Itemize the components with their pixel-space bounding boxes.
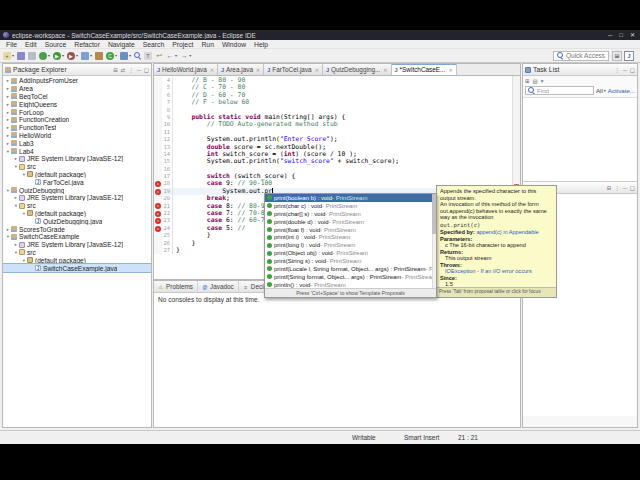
completion-item[interactable]: print(char c) : void - PrintStream bbox=[265, 202, 436, 210]
tree-item-scorestograde[interactable]: ▸ScoresToGrade bbox=[3, 225, 151, 233]
tree-item-functiontest[interactable]: ▸FunctionTest bbox=[3, 124, 151, 132]
view-menu-icon[interactable]: ⋮ bbox=[614, 67, 620, 73]
completion-item[interactable]: printf(Locale l, String format, Object..… bbox=[265, 265, 436, 273]
back-dropdown-caret-icon[interactable]: ▾ bbox=[175, 53, 177, 58]
code-line[interactable]: 10 // TODO Auto-generated method stub bbox=[154, 121, 512, 128]
task-list-body[interactable] bbox=[523, 98, 637, 182]
close-window-button[interactable]: ✕ bbox=[630, 30, 635, 40]
tree-item-jre-system-library-javase-12[interactable]: ▸JRE System Library [JavaSE-12] bbox=[3, 155, 151, 163]
menu-refactor[interactable]: Refactor bbox=[70, 41, 104, 48]
task-find-input[interactable]: Find bbox=[525, 86, 594, 95]
collapse-all-icon[interactable]: ⊟ bbox=[607, 185, 612, 191]
tree-item-begtocel[interactable]: ▸BegToCel bbox=[3, 93, 151, 101]
minimize-icon[interactable]: ─ bbox=[137, 67, 141, 73]
last-edit-location-button[interactable]: ↩ bbox=[155, 52, 163, 60]
tree-item-quizdebugging[interactable]: ▾QuizDebugging bbox=[3, 186, 151, 194]
new-class-dropdown-caret-icon[interactable]: ▾ bbox=[115, 53, 117, 58]
tree-item-default-package[interactable]: ▾(default package) bbox=[3, 171, 151, 179]
filter-icon[interactable]: ▾ bbox=[541, 78, 544, 84]
menu-edit[interactable]: Edit bbox=[21, 41, 41, 48]
print-button[interactable] bbox=[28, 52, 36, 60]
completion-item[interactable]: print(boolean b) : void - PrintStream bbox=[265, 194, 436, 202]
new-package-button[interactable] bbox=[95, 52, 103, 60]
completion-item[interactable]: print(String s) : void - PrintStream bbox=[265, 257, 436, 265]
completion-item[interactable]: printf(String format, Object... args) : … bbox=[265, 273, 436, 281]
forward-button[interactable]: →▾ bbox=[180, 52, 191, 60]
debug-dropdown-caret-icon[interactable]: ▾ bbox=[48, 53, 50, 58]
completion-item[interactable]: print(float f) : void - PrintStream bbox=[265, 226, 436, 234]
completion-item[interactable]: print(long l) : void - PrintStream bbox=[265, 241, 436, 249]
completion-item[interactable]: print(Object obj) : void - PrintStream bbox=[265, 249, 436, 257]
editor-tab-quizdebugging[interactable]: JQuizDebugging...✕ bbox=[323, 64, 392, 75]
menu-search[interactable]: Search bbox=[139, 41, 169, 48]
popup-scrollbar[interactable] bbox=[432, 194, 436, 288]
menu-navigate[interactable]: Navigate bbox=[104, 41, 139, 48]
java-perspective-button[interactable]: J bbox=[624, 51, 634, 61]
tree-item-eightqueens[interactable]: ▸EightQueens bbox=[3, 100, 151, 108]
menu-file[interactable]: File bbox=[2, 41, 21, 48]
view-tab-javadoc[interactable]: @Javadoc bbox=[198, 281, 239, 292]
tree-item-src[interactable]: ▾src bbox=[3, 202, 151, 210]
menu-window[interactable]: Window bbox=[218, 41, 250, 48]
save-button[interactable] bbox=[17, 52, 25, 60]
tree-item-area[interactable]: ▸Area bbox=[3, 85, 151, 93]
tree-item-lab4[interactable]: ▾Lab4 bbox=[3, 147, 151, 155]
debug-button[interactable]: ▾ bbox=[39, 52, 50, 60]
new-java-project-dropdown-caret-icon[interactable]: ▾ bbox=[90, 53, 92, 58]
tree-item-forloop[interactable]: ▸ForLoop bbox=[3, 108, 151, 116]
search-button[interactable] bbox=[134, 52, 141, 59]
view-tab-problems[interactable]: ⚠Problems bbox=[154, 281, 198, 292]
open-task-dropdown-caret-icon[interactable]: ▾ bbox=[129, 53, 131, 58]
maximize-icon[interactable]: ▢ bbox=[144, 67, 149, 73]
minimize-window-button[interactable]: ─ bbox=[608, 30, 612, 40]
tree-item-jre-system-library-javase-12[interactable]: ▸JRE System Library [JavaSE-12] bbox=[3, 241, 151, 249]
open-type-button[interactable]: T bbox=[144, 52, 152, 60]
run-button[interactable]: ▶▾ bbox=[53, 52, 64, 60]
new-class-button[interactable]: C▾ bbox=[106, 52, 117, 60]
open-perspective-button[interactable]: ⊞ bbox=[612, 51, 622, 61]
close-tab-icon[interactable]: ✕ bbox=[448, 67, 452, 73]
tree-item-fartocel-java[interactable]: JFarToCel.java bbox=[3, 178, 151, 186]
tree-item-switchcaseexample[interactable]: ▾SwitchCaseExample bbox=[3, 233, 151, 241]
activate-link[interactable]: Activate... bbox=[608, 87, 635, 94]
task-scope-dropdown[interactable]: All ▾ bbox=[596, 87, 606, 94]
close-tab-icon[interactable]: ✕ bbox=[256, 67, 260, 73]
tree-item-default-package[interactable]: ▾(default package) bbox=[3, 256, 151, 264]
maximize-icon[interactable]: ▢ bbox=[630, 185, 635, 191]
tree-item-default-package[interactable]: ▾(default package) bbox=[3, 210, 151, 218]
menu-source[interactable]: Source bbox=[41, 41, 71, 48]
tree-item-switchcaseexample-java[interactable]: JSwitchCaseExample.java bbox=[3, 264, 151, 272]
tree-item-helloworld[interactable]: ▸HelloWorld bbox=[3, 132, 151, 140]
minimize-icon[interactable]: ─ bbox=[623, 67, 627, 73]
collapse-all-icon[interactable]: ⊟ bbox=[113, 67, 118, 73]
view-menu-icon[interactable]: ⋮ bbox=[128, 67, 134, 73]
link-editor-icon[interactable]: ⇄ bbox=[121, 67, 126, 73]
completion-item[interactable]: println() : void - PrintStream bbox=[265, 281, 436, 288]
tree-item-lab3[interactable]: ▸Lab3 bbox=[3, 139, 151, 147]
completion-item[interactable]: print(double d) : void - PrintStream bbox=[265, 218, 436, 226]
menu-run[interactable]: Run bbox=[197, 41, 217, 48]
editor-tab-switchcasee[interactable]: J*SwitchCaseE...✕ bbox=[392, 64, 457, 75]
tree-item-jre-system-library-javase-12[interactable]: ▸JRE System Library [JavaSE-12] bbox=[3, 194, 151, 202]
code-line[interactable]: 7 // F - below 60 bbox=[154, 99, 512, 106]
tree-item-addinputsfromuser[interactable]: ▸AddInputsFromUser bbox=[3, 77, 151, 85]
scrollbar-thumb[interactable] bbox=[432, 194, 436, 234]
javadoc-specified-link[interactable]: append(c) in Appendable bbox=[476, 229, 538, 235]
tree-item-quizdebugging-java[interactable]: JQuizDebugging.java bbox=[3, 217, 151, 225]
run-dropdown-caret-icon[interactable]: ▾ bbox=[62, 53, 64, 58]
menu-help[interactable]: Help bbox=[250, 41, 272, 48]
maximize-icon[interactable]: ▢ bbox=[630, 67, 635, 73]
editor-tab-helloworld-java[interactable]: JHelloWorld.java✕ bbox=[154, 64, 218, 75]
tree-item-functioncreation[interactable]: ▸FunctionCreation bbox=[3, 116, 151, 124]
tree-item-src[interactable]: ▾src bbox=[3, 163, 151, 171]
quick-access-field[interactable]: Quick Access bbox=[553, 51, 609, 61]
minimize-icon[interactable]: ─ bbox=[623, 185, 627, 191]
tree-item-src[interactable]: ▾src bbox=[3, 249, 151, 257]
new-wizard-dropdown-caret-icon[interactable]: ▾ bbox=[12, 53, 14, 58]
maximize-window-button[interactable]: □ bbox=[619, 30, 623, 40]
new-java-project-button[interactable]: ▾ bbox=[81, 52, 92, 60]
editor-tab-fartocel-java[interactable]: JFarToCel.java✕ bbox=[264, 64, 323, 75]
code-line[interactable]: 15 System.out.println("switch_score" + s… bbox=[154, 158, 512, 165]
run-external-tools-button[interactable]: ▶▾ bbox=[67, 52, 78, 60]
open-task-button[interactable]: ▾ bbox=[120, 52, 131, 60]
